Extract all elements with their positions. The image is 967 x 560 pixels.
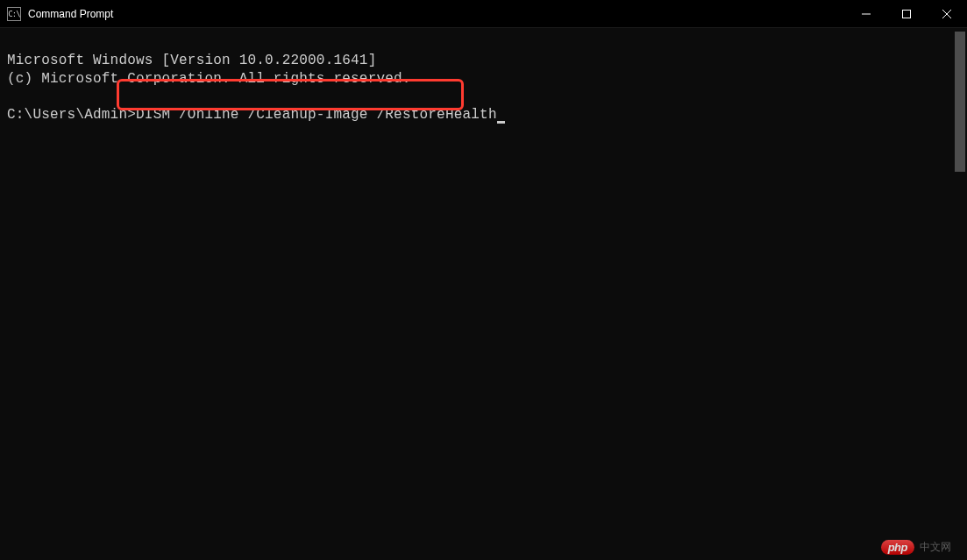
terminal-body[interactable]: Microsoft Windows [Version 10.0.22000.16…	[0, 28, 967, 130]
copyright-line: (c) Microsoft Corporation. All rights re…	[7, 71, 411, 87]
maximize-button[interactable]	[886, 0, 927, 27]
maximize-icon	[902, 10, 911, 18]
close-button[interactable]	[927, 0, 967, 27]
window-controls	[846, 0, 967, 27]
command-text: DISM /Online /Cleanup-Image /RestoreHeal…	[136, 107, 497, 123]
minimize-icon	[862, 10, 871, 18]
version-line: Microsoft Windows [Version 10.0.22000.16…	[7, 53, 376, 68]
watermark-pill: php	[881, 540, 914, 555]
window-title: Command Prompt	[28, 8, 113, 20]
close-icon	[942, 10, 951, 18]
titlebar-left: C:\ Command Prompt	[0, 7, 113, 21]
watermark-text: 中文网	[920, 540, 951, 555]
cursor	[497, 121, 505, 124]
svg-rect-0	[903, 10, 911, 18]
scrollbar-thumb[interactable]	[955, 32, 965, 172]
cmd-icon: C:\	[7, 7, 21, 21]
watermark: php 中文网	[881, 540, 951, 555]
prompt-text: C:\Users\Admin>	[7, 107, 136, 123]
minimize-button[interactable]	[846, 0, 886, 27]
titlebar: C:\ Command Prompt	[0, 0, 967, 28]
cmd-icon-label: C:\	[8, 10, 19, 18]
